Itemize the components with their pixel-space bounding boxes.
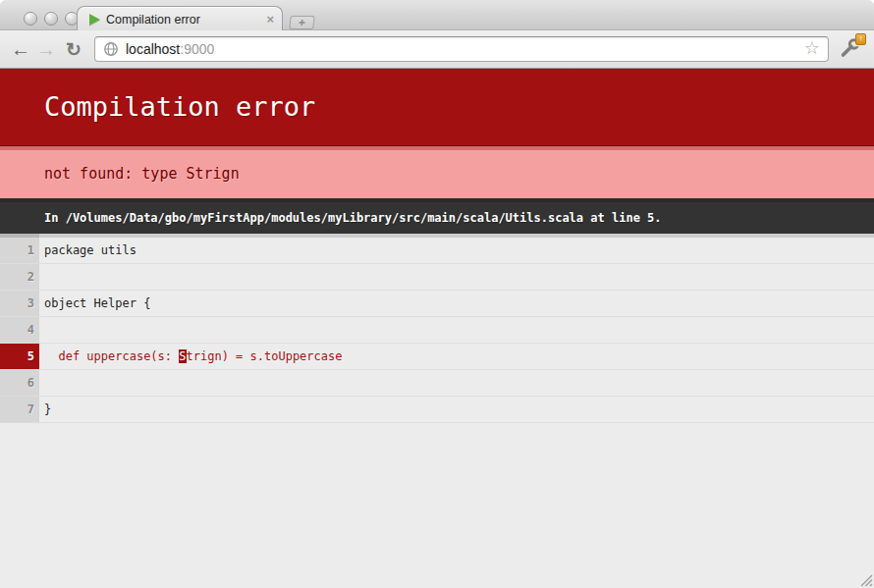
window-minimize-button[interactable]	[44, 12, 58, 26]
resize-grip[interactable]	[859, 573, 873, 587]
code-line-6: 6	[0, 370, 874, 397]
play-favicon-icon	[89, 14, 100, 26]
bookmark-star-icon[interactable]: ☆	[804, 39, 820, 57]
line-number: 7	[0, 397, 39, 422]
error-detail: not found: type Strign	[0, 146, 874, 198]
line-code	[39, 317, 874, 343]
line-number: 4	[0, 317, 39, 343]
line-number: 6	[0, 370, 39, 396]
line-number: 2	[0, 264, 39, 290]
tab-title: Compilation error	[106, 13, 260, 27]
code-line-1: 1package utils	[0, 234, 874, 264]
reload-button[interactable]: ↻	[59, 38, 88, 61]
source-code: 1package utils23object Helper {45 def up…	[0, 234, 874, 423]
browser-toolbar: ← → ↻ localhost:9000 ☆ ↑	[0, 30, 874, 69]
new-tab-button[interactable]: +	[289, 16, 314, 29]
update-badge: ↑	[855, 33, 866, 45]
url-port: :9000	[180, 41, 214, 57]
tab-close-icon[interactable]: ×	[266, 13, 274, 26]
browser-window: Compilation error × + ← → ↻ localhost:90…	[0, 0, 874, 588]
address-bar[interactable]: localhost:9000 ☆	[94, 36, 829, 62]
back-button[interactable]: ←	[8, 39, 33, 59]
url-text[interactable]: localhost:9000	[126, 41, 797, 57]
line-code	[39, 264, 874, 290]
window-close-button[interactable]	[24, 12, 37, 26]
line-number: 3	[0, 291, 39, 316]
code-line-7: 7}	[0, 397, 874, 423]
code-line-3: 3object Helper {	[0, 291, 874, 317]
line-code: def uppercase(s: Strign) = s.toUppercase	[39, 344, 874, 369]
page-title: Compilation error	[0, 69, 874, 146]
line-code	[39, 370, 874, 396]
titlebar: Compilation error × +	[0, 0, 874, 30]
line-code: package utils	[39, 234, 874, 263]
error-location: In /Volumes/Data/gbo/myFirstApp/modules/…	[0, 198, 874, 234]
window-controls	[24, 12, 79, 26]
line-code: object Helper {	[39, 291, 874, 316]
url-host: localhost	[126, 41, 180, 57]
code-line-5: 5 def uppercase(s: Strign) = s.toUpperca…	[0, 344, 874, 370]
menu-wrench-button[interactable]: ↑	[839, 36, 864, 62]
line-number: 1	[0, 234, 39, 263]
code-line-2: 2	[0, 264, 874, 291]
error-page: Compilation error not found: type Strign…	[0, 69, 874, 423]
line-number: 5	[0, 344, 39, 369]
line-code: }	[39, 397, 874, 422]
browser-tab[interactable]: Compilation error ×	[77, 6, 283, 31]
globe-icon	[103, 41, 119, 57]
error-marker: S	[179, 349, 186, 363]
forward-button[interactable]: →	[33, 39, 59, 59]
code-line-4: 4	[0, 317, 874, 344]
